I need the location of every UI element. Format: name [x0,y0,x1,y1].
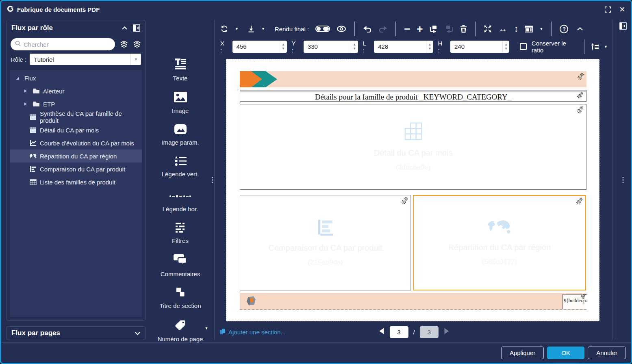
tree-node-alerteur[interactable]: Alerteur [10,84,142,98]
splitter-handle[interactable] [622,177,623,183]
collapse-panel-icon[interactable] [122,26,127,30]
element-settings-gear-icon[interactable] [575,197,583,205]
left-sidebar: Flux par rôle Rôle : Tutoriel ▼ [6,20,146,340]
tool-numero-page[interactable]: ▼ Numéro de page [150,319,211,342]
element-settings-gear-icon[interactable] [576,72,584,80]
bar-chart-icon [29,166,37,172]
placeholder-repartition-region-selected[interactable]: Répartition du CA par région (585c0477) [413,195,586,290]
expander-open-icon[interactable] [14,76,21,80]
tree-node-comparaison-produit[interactable]: Comparaison du CA par produit [10,162,142,176]
separator [354,22,355,36]
tool-texte[interactable]: Texte [150,57,211,82]
expand-right-panel-icon[interactable] [619,22,627,31]
delete-icon[interactable] [460,25,467,33]
expander-closed-icon[interactable] [22,102,29,106]
collapse-all-layers-icon[interactable] [133,40,141,48]
page-number-icon [174,319,187,333]
redo-icon[interactable] [378,26,387,32]
tree-node-etp[interactable]: ETP [10,98,142,110]
current-page-input[interactable] [389,326,408,338]
footer-band-element[interactable]: ${builder.pa [240,293,586,310]
chevron-down-icon[interactable]: ▼ [130,54,141,65]
pivot-grid-icon [29,114,37,120]
element-settings-gear-icon[interactable] [576,106,584,114]
refresh-dropdown-caret[interactable]: ▼ [235,27,239,31]
folder-icon [33,88,40,94]
zoom-out-icon[interactable]: − [404,23,410,35]
width-input-group: ▲▼ [374,41,433,53]
y-stepper[interactable]: ▲▼ [351,41,358,53]
stretch-height-icon[interactable]: ↕ [514,24,518,34]
add-section-link[interactable]: Ajouter une section... [219,328,286,336]
next-page-icon[interactable] [443,327,450,336]
expander-closed-icon[interactable] [22,89,29,93]
maximize-icon[interactable] [604,6,611,13]
tool-legende-hor[interactable]: Légende hor. [150,187,211,212]
stretch-width-icon[interactable]: ↔ [498,24,507,34]
pivot-grid-icon [29,127,37,133]
element-settings-gear-icon[interactable] [580,294,587,299]
placeholder-detail-ca-mois[interactable]: Détail du CA par mois (3d6c8a0e) [240,104,586,190]
placeholder-comparaison-produit[interactable]: Comparaison du CA par produit (215ab9da) [240,195,411,290]
role-label: Rôle : [11,56,26,63]
tool-legende-vert[interactable]: Légende vert. [150,156,211,178]
element-settings-gear-icon[interactable] [400,197,408,205]
preview-eye-icon[interactable] [337,26,346,32]
previous-page-icon[interactable] [378,327,384,336]
document-page[interactable]: Détails pour la famille de produit _KEYW… [226,59,599,321]
columns-layout-icon[interactable] [525,26,533,32]
tree-node-repartition-region[interactable]: Répartition du CA par région [10,150,142,162]
rendu-final-toggle[interactable] [315,26,330,32]
height-input[interactable] [450,41,502,53]
tree-node-detail-ca-mois[interactable]: Détail du CA par mois [10,124,142,136]
role-select[interactable]: Tutoriel ▼ [30,54,141,65]
page-number-token-element[interactable]: ${builder.pa [563,294,587,309]
bring-forward-icon[interactable] [429,25,438,33]
tree-node-synthese-ca[interactable]: Synthèse du CA par famille de produit [10,110,142,124]
x-input[interactable] [232,41,280,53]
tool-commentaires[interactable]: Commentaires [150,254,211,277]
tree-node-liste-familles[interactable]: Liste des familles de produit [10,176,142,188]
help-icon[interactable]: ? [560,25,568,33]
width-input[interactable] [374,41,426,53]
width-stepper[interactable]: ▲▼ [426,41,433,53]
flux-par-pages-panel[interactable]: Flux par pages [6,326,146,340]
fit-expand-icon[interactable] [484,25,492,33]
chevron-down-icon[interactable] [135,329,140,337]
keep-ratio-checkbox[interactable] [520,43,526,50]
tool-image-param[interactable]: Image param. [150,124,211,146]
ok-button[interactable]: OK [547,347,584,359]
expand-all-layers-icon[interactable] [120,40,128,48]
height-stepper[interactable]: ▲▼ [502,41,509,53]
reorder-icon[interactable] [591,43,599,50]
columns-dropdown-caret[interactable]: ▼ [539,27,543,31]
document-title-element[interactable]: Détails pour la famille de produit _KEYW… [240,90,586,102]
download-icon[interactable] [248,25,255,32]
zoom-in-icon[interactable]: + [417,23,423,35]
legend-horizontal-icon [169,192,192,199]
tool-titre-section[interactable]: Titre de section [150,287,211,309]
collapse-toolbar-icon[interactable] [577,27,583,30]
close-icon[interactable]: × [619,4,625,14]
cancel-button[interactable]: Annuler [588,347,626,359]
search-input[interactable] [24,41,111,48]
chevron-down-icon[interactable]: ▼ [205,326,208,330]
dock-panel-icon[interactable] [133,24,140,32]
x-stepper[interactable]: ▲▼ [280,41,287,53]
download-dropdown-caret[interactable]: ▼ [261,27,265,31]
tool-image[interactable]: Image [150,91,211,114]
app-logo-icon [7,5,14,14]
header-band-element[interactable] [240,71,586,87]
undo-icon[interactable] [363,26,372,32]
reorder-dropdown-caret[interactable]: ▼ [604,45,608,49]
tree-node-courbe-evolution[interactable]: Courbe d’évolution du CA par mois [10,136,142,150]
splitter-handle[interactable] [212,177,213,183]
refresh-icon[interactable] [220,25,228,33]
add-section-icon [219,328,226,336]
element-settings-gear-icon[interactable] [576,91,584,99]
y-input[interactable] [304,41,351,53]
tree-node-flux[interactable]: Flux [10,72,142,84]
tool-filtres[interactable]: Filtres [150,222,211,244]
send-backward-icon[interactable] [445,25,454,33]
apply-button[interactable]: Appliquer [501,347,544,359]
